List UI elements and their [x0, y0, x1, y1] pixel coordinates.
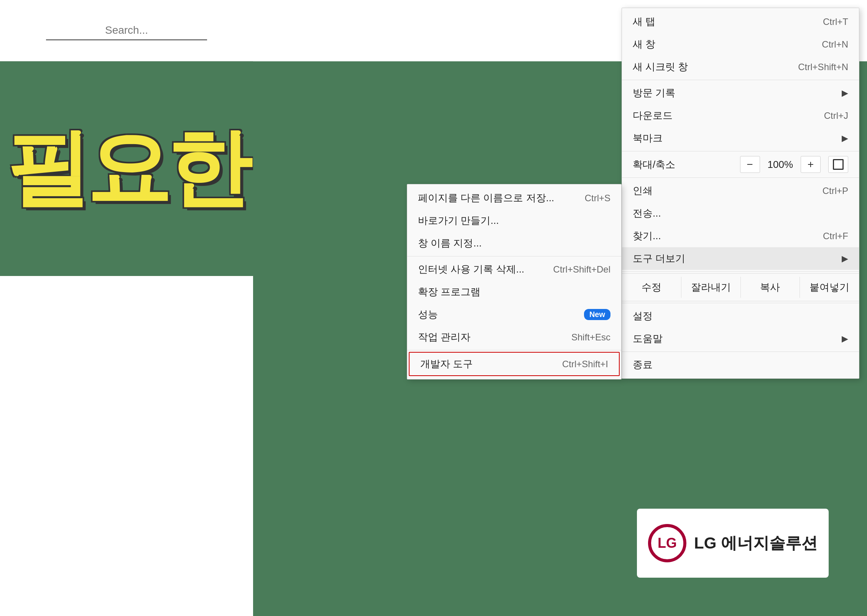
bottom-white-area [0, 276, 253, 616]
menu-new-incognito[interactable]: 새 시크릿 창 Ctrl+Shift+N [622, 56, 859, 78]
zoom-label: 확대/축소 [633, 158, 740, 171]
menu-create-shortcut[interactable]: 바로가기 만들기... [407, 209, 621, 232]
menu-task-manager[interactable]: 작업 관리자 Shift+Esc [407, 326, 621, 348]
help-arrow-icon: ▶ [842, 334, 848, 344]
menu-history[interactable]: 방문 기록 ▶ [622, 82, 859, 104]
main-divider-1 [622, 80, 859, 80]
new-window-label: 새 창 [633, 38, 806, 51]
menu-performance[interactable]: 성능 New [407, 303, 621, 326]
menu-downloads[interactable]: 다운로드 Ctrl+J [622, 104, 859, 127]
sub-divider-1 [407, 256, 621, 256]
zoom-increase-button[interactable]: + [801, 156, 821, 173]
copy-button[interactable]: 복사 [741, 277, 800, 298]
menu-developer-tools[interactable]: 개발자 도구 Ctrl+Shift+I [409, 352, 620, 376]
more-tools-label: 도구 더보기 [633, 252, 834, 265]
history-label: 방문 기록 [633, 86, 834, 100]
new-window-shortcut: Ctrl+N [822, 39, 848, 50]
edit-row: 수정 잘라내기 복사 붙여넣기 [622, 273, 859, 301]
lg-company-name: LG 에너지솔루션 [694, 532, 818, 554]
menu-exit[interactable]: 종료 [622, 353, 859, 376]
downloads-label: 다운로드 [633, 109, 809, 122]
find-shortcut: Ctrl+F [823, 231, 848, 241]
print-label: 인쇄 [633, 184, 807, 197]
developer-tools-shortcut: Ctrl+Shift+I [562, 359, 608, 370]
menu-settings[interactable]: 설정 [622, 305, 859, 327]
new-incognito-label: 새 시크릿 창 [633, 60, 783, 74]
zoom-value: 100% [760, 159, 801, 171]
task-manager-label: 작업 관리자 [418, 330, 556, 344]
lg-letters: LG [658, 535, 677, 551]
create-shortcut-label: 바로가기 만들기... [418, 214, 610, 227]
fullscreen-icon [833, 159, 844, 170]
task-manager-shortcut: Shift+Esc [571, 332, 610, 343]
clear-browsing-label: 인터넷 사용 기록 삭제... [418, 263, 538, 276]
save-page-label: 페이지를 다른 이름으로 저장... [418, 191, 569, 205]
paste-button[interactable]: 붙여넣기 [800, 277, 859, 298]
cast-label: 전송... [633, 207, 848, 220]
help-label: 도움말 [633, 332, 834, 345]
main-divider-2 [622, 151, 859, 151]
more-tools-arrow-icon: ▶ [842, 254, 848, 264]
lg-logo-section: LG LG 에너지솔루션 [637, 509, 829, 578]
bookmarks-label: 북마크 [633, 131, 834, 145]
browser-search-area [0, 0, 253, 61]
menu-print[interactable]: 인쇄 Ctrl+P [622, 179, 859, 202]
menu-clear-browsing[interactable]: 인터넷 사용 기록 삭제... Ctrl+Shift+Del [407, 258, 621, 281]
hero-text: 필요한 [6, 112, 247, 226]
downloads-shortcut: Ctrl+J [824, 110, 848, 121]
print-shortcut: Ctrl+P [823, 186, 848, 196]
zoom-controls: − 100% + [740, 156, 821, 173]
name-window-label: 창 이름 지정... [418, 237, 610, 250]
menu-cast[interactable]: 전송... [622, 202, 859, 225]
menu-bookmarks[interactable]: 북마크 ▶ [622, 127, 859, 149]
zoom-decrease-button[interactable]: − [740, 156, 760, 173]
new-tab-label: 새 탭 [633, 15, 808, 28]
developer-tools-label: 개발자 도구 [420, 357, 547, 371]
green-hero-area: 필요한 [0, 61, 253, 276]
main-divider-6 [622, 352, 859, 352]
clear-browsing-shortcut: Ctrl+Shift+Del [553, 264, 610, 275]
main-context-menu: 새 탭 Ctrl+T 새 창 Ctrl+N 새 시크릿 창 Ctrl+Shift… [622, 8, 859, 379]
find-label: 찾기... [633, 229, 808, 243]
menu-new-window[interactable]: 새 창 Ctrl+N [622, 33, 859, 56]
menu-find[interactable]: 찾기... Ctrl+F [622, 225, 859, 247]
menu-extensions[interactable]: 확장 프로그램 [407, 281, 621, 303]
menu-save-page[interactable]: 페이지를 다른 이름으로 저장... Ctrl+S [407, 187, 621, 209]
search-input[interactable] [46, 21, 207, 40]
lg-circle-icon: LG [648, 524, 686, 562]
performance-label: 성능 [418, 308, 578, 321]
new-tab-shortcut: Ctrl+T [823, 16, 848, 27]
menu-more-tools[interactable]: 도구 더보기 ▶ [622, 247, 859, 270]
extensions-label: 확장 프로그램 [418, 285, 610, 299]
main-divider-3 [622, 177, 859, 178]
cut-button[interactable]: 잘라내기 [681, 277, 741, 298]
new-badge: New [584, 309, 610, 320]
main-divider-4 [622, 271, 859, 272]
main-divider-5 [622, 303, 859, 303]
sub-context-menu: 페이지를 다른 이름으로 저장... Ctrl+S 바로가기 만들기... 창 … [407, 184, 622, 379]
menu-help[interactable]: 도움말 ▶ [622, 327, 859, 350]
edit-label: 수정 [622, 277, 681, 298]
exit-label: 종료 [633, 358, 848, 371]
menu-new-tab[interactable]: 새 탭 Ctrl+T [622, 10, 859, 33]
new-incognito-shortcut: Ctrl+Shift+N [798, 62, 848, 72]
history-arrow-icon: ▶ [842, 88, 848, 98]
save-page-shortcut: Ctrl+S [585, 193, 610, 204]
bookmarks-arrow-icon: ▶ [842, 133, 848, 143]
zoom-row: 확대/축소 − 100% + [622, 153, 859, 176]
fullscreen-button[interactable] [828, 156, 848, 173]
sub-divider-2 [407, 350, 621, 350]
settings-label: 설정 [633, 309, 848, 323]
menu-name-window[interactable]: 창 이름 지정... [407, 232, 621, 255]
